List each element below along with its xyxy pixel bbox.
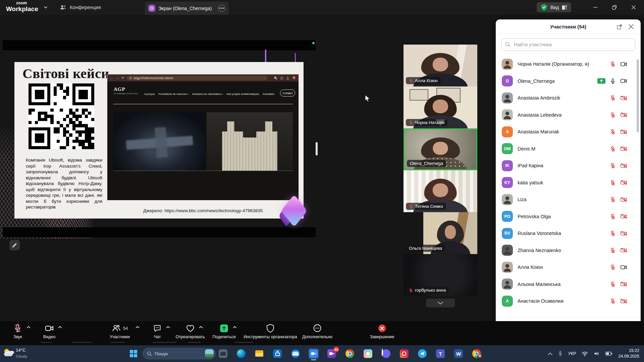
camera-off-icon[interactable] [620, 230, 627, 237]
toolbar-chevron-up-icon[interactable] [136, 326, 140, 328]
taskbar-search[interactable]: Пошук [143, 348, 216, 359]
toolbar-chevron-up-icon[interactable] [166, 326, 170, 328]
workspace-chevron-icon[interactable] [43, 5, 48, 10]
participant-row[interactable]: RVRuslana Voronetska [496, 225, 641, 242]
mic-muted-icon[interactable] [610, 180, 616, 186]
toolbar-mic-muted-button[interactable]: Звук [13, 323, 22, 339]
mic-muted-icon[interactable] [610, 247, 616, 253]
camera-off-icon[interactable] [620, 95, 627, 102]
share-scrollbar-thumb[interactable] [316, 142, 318, 156]
search-participant-box[interactable] [501, 38, 635, 51]
participant-row[interactable]: Чорна Наталія (Организатор, я) [496, 56, 641, 73]
search-participant-input[interactable] [513, 42, 631, 48]
mic-muted-icon[interactable] [610, 196, 616, 202]
wifi-icon[interactable] [582, 351, 588, 356]
participant-row[interactable]: Anastasia Ambrozik [496, 89, 641, 107]
toolbar-chevron-up-icon[interactable] [233, 326, 237, 328]
taskbar-icon-teams[interactable]: T [435, 348, 446, 359]
taskbar-icon-camera[interactable]: 93 [326, 348, 337, 359]
toolbar-end-call-button[interactable]: Завершение [370, 323, 394, 339]
camera-off-icon[interactable] [620, 128, 627, 135]
camera-on-icon[interactable] [620, 264, 627, 271]
popout-icon[interactable] [616, 24, 623, 30]
taskbar-icon-file-explorer[interactable] [254, 348, 265, 359]
mic-muted-icon[interactable] [610, 264, 616, 270]
taskbar-icon-store[interactable] [272, 348, 283, 359]
close-panel-icon[interactable] [628, 24, 634, 29]
toolbar-chevron-up-icon[interactable] [199, 326, 203, 328]
video-strip-collapse-button[interactable] [426, 299, 455, 307]
video-tile[interactable]: Ольга Іваніщева [404, 212, 477, 254]
participant-row[interactable]: Zhanna Neznaienko [496, 242, 641, 259]
volume-icon[interactable] [594, 351, 600, 356]
mic-muted-icon[interactable] [610, 214, 616, 220]
tab-more-icon[interactable]: ••• [218, 5, 225, 12]
taskbar-icon-chrome[interactable] [344, 348, 355, 359]
toolbar-chevron-up-icon[interactable] [58, 326, 62, 328]
mic-muted-icon[interactable] [610, 129, 616, 135]
participant-row[interactable]: Альона Малинська [496, 276, 641, 293]
mic-muted-icon[interactable] [610, 298, 616, 304]
camera-off-icon[interactable] [620, 179, 627, 186]
participant-row[interactable]: Liza [496, 191, 641, 208]
tray-mic-icon[interactable] [558, 351, 562, 357]
taskbar-icon-viber[interactable] [381, 348, 391, 359]
video-tile-active-speaker[interactable]: Olena_Chernega [404, 128, 477, 170]
participant-row[interactable]: DMDenis M [496, 140, 641, 158]
annotation-pencil-button[interactable] [9, 240, 20, 250]
weather-widget[interactable]: 14°C Cloudy [3, 347, 27, 359]
toolbar-chat-button[interactable]: Чат [153, 323, 162, 339]
camera-off-icon[interactable] [620, 247, 627, 254]
participant-row[interactable]: OOlena_Chernega [496, 73, 641, 90]
tab-screen-share[interactable]: O Экран (Olena_Chernega) ••• [145, 2, 229, 15]
toolbar-more-button[interactable]: Дополнительно [302, 323, 332, 339]
participant-row[interactable]: KYkatia yatsuk [496, 174, 641, 191]
mic-muted-icon[interactable] [610, 281, 616, 287]
tray-language[interactable]: УКР [568, 351, 576, 356]
mic-muted-icon[interactable] [610, 112, 616, 118]
video-tile[interactable]: горбулько анна [404, 254, 477, 296]
camera-on-icon[interactable] [620, 77, 627, 84]
video-tile[interactable]: Алла Кізюн [404, 45, 477, 86]
restore-button[interactable] [606, 0, 622, 15]
participant-row[interactable]: Алла Кізюн [496, 259, 641, 276]
taskbar-icon-instagram[interactable] [399, 348, 410, 359]
mic-muted-icon[interactable] [610, 230, 616, 236]
camera-off-icon[interactable] [620, 162, 627, 169]
mic-muted-icon[interactable] [610, 95, 616, 101]
taskbar-icon-edge[interactable] [236, 348, 247, 359]
participants-scrollbar[interactable] [637, 59, 639, 132]
taskbar-icon-mail[interactable] [290, 348, 301, 359]
search-highlight-image[interactable] [205, 349, 214, 358]
tray-chevron-icon[interactable] [548, 352, 552, 355]
camera-off-icon[interactable] [620, 281, 627, 288]
clock-widget[interactable]: 15:22 24.09.2025 [618, 348, 639, 359]
minimize-button[interactable] [588, 0, 603, 15]
camera-off-icon[interactable] [620, 111, 627, 118]
close-button[interactable] [626, 0, 641, 15]
video-tile[interactable]: Чорна Наталія [404, 86, 477, 128]
participant-row[interactable]: AАнастасія Осаволюк [496, 293, 641, 310]
mic-muted-icon[interactable] [610, 146, 616, 152]
camera-off-icon[interactable] [620, 298, 627, 305]
camera-on-icon[interactable] [620, 61, 627, 68]
toolbar-participants-button[interactable]: 54Участники [110, 323, 130, 339]
battery-icon[interactable] [605, 351, 612, 356]
participant-row[interactable]: POPetrovska Olga [496, 208, 641, 225]
toolbar-camera-button[interactable]: Видео [43, 323, 56, 339]
taskbar-icon-word[interactable]: W [453, 348, 464, 359]
toolbar-share-screen-button[interactable]: Поделиться [212, 323, 235, 339]
camera-off-icon[interactable] [620, 145, 627, 152]
mic-on-icon[interactable] [610, 78, 616, 84]
mic-muted-icon[interactable] [610, 61, 616, 67]
camera-off-icon[interactable] [620, 196, 627, 203]
video-tile[interactable]: Тетяна Семко [404, 170, 477, 212]
toolbar-shield-button[interactable]: Инструменты организатора [244, 323, 297, 339]
taskbar-icon-telegram[interactable] [417, 348, 428, 359]
taskbar-icon-chrome-profile[interactable] [471, 348, 482, 359]
participant-row[interactable]: Anastasia Lebedeva [496, 107, 641, 124]
mic-muted-icon[interactable] [610, 163, 616, 169]
participant-row[interactable]: AAnastasia Marunak [496, 123, 641, 140]
start-button[interactable] [128, 348, 139, 359]
participant-row[interactable]: IKiPad Каріна [496, 157, 641, 174]
